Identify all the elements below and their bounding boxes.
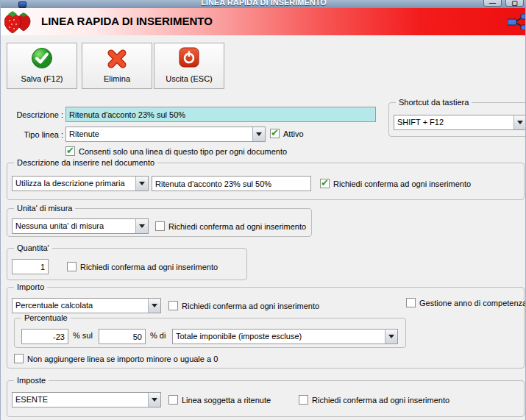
richiedi-conferma-imposte-label: Richiedi conferma ad ogni inserimento [312, 396, 449, 405]
green-check-icon [7, 47, 77, 71]
header-banner: LINEA RAPIDA DI INSERIMENTO [1, 8, 526, 35]
tipo-linea-label: Tipo linea : [2, 130, 63, 139]
minimize-button[interactable]: — [483, 0, 502, 7]
group-unita-misura-label: Unita' di misura [14, 204, 75, 213]
shortcut-value: SHIFT + F12 [397, 115, 513, 129]
chevron-down-icon[interactable] [148, 393, 160, 407]
richiedi-conferma-importo-label: Richiedi conferma ad ogni inserimento [182, 302, 319, 310]
power-icon [154, 47, 224, 71]
richiedi-conferma-quantita-checkbox[interactable] [67, 262, 77, 271]
delete-button-label: Elimina [82, 74, 152, 83]
window-title: LINEA RAPIDA DI INSERIMENTO [1, 0, 526, 7]
chevron-down-icon[interactable] [148, 299, 160, 313]
unita-misura-select[interactable]: Nessuna unita' di misura [12, 218, 149, 234]
descrizione-mode-select[interactable]: Utilizza la descrizione primaria [12, 176, 149, 191]
chevron-down-icon[interactable] [135, 219, 148, 233]
descrizione-label: Descrizione : [2, 110, 63, 119]
save-button-label: Salva (F12) [7, 74, 77, 83]
unita-misura-value: Nessuna unita' di misura [15, 219, 135, 233]
importo-mode-value: Percentuale calcolata [15, 299, 147, 313]
group-importo-label: Importo [14, 282, 47, 291]
consenti-checkbox[interactable] [65, 146, 75, 156]
chevron-down-icon[interactable] [252, 127, 265, 141]
richiedi-conferma-imposte-checkbox[interactable] [299, 395, 308, 405]
descrizione-documento-input[interactable] [152, 176, 311, 191]
richiedi-conferma-quantita-label: Richiedi conferma ad ogni inserimento [80, 263, 218, 271]
gestione-anno-checkbox[interactable] [406, 298, 416, 307]
tipo-linea-value: Ritenute [69, 127, 252, 141]
exit-button-label: Uscita (ESC) [154, 74, 224, 83]
shortcut-select[interactable]: SHIFT + F12 [394, 115, 526, 130]
consenti-checkbox-label: Consenti solo una linea di questo tipo p… [79, 147, 287, 156]
delete-button[interactable]: Elimina [82, 43, 152, 89]
richiedi-conferma-descrizione-checkbox[interactable] [320, 179, 330, 188]
descrizione-input[interactable] [65, 107, 376, 122]
tipo-linea-select[interactable]: Ritenute [65, 127, 266, 142]
group-percentuale-label: Percentuale [21, 313, 71, 322]
attivo-checkbox[interactable] [270, 129, 280, 138]
percentuale-input[interactable] [21, 329, 68, 344]
page-title: LINEA RAPIDA DI INSERIMENTO [41, 15, 213, 27]
red-x-icon [82, 47, 152, 71]
exit-button[interactable]: Uscita (ESC) [154, 43, 224, 89]
totale-imponibile-select[interactable]: Totale imponibile (imposte escluse) [172, 329, 398, 344]
linea-soggetta-label: Linea soggetta a ritenute [182, 396, 271, 405]
richiedi-conferma-descrizione-label: Richiedi conferma ad ogni inserimento [333, 179, 471, 188]
linea-soggetta-checkbox[interactable] [168, 395, 178, 405]
network-diagram-icon[interactable] [508, 14, 526, 30]
imposte-value: ESENTE [15, 393, 147, 407]
non-aggiungere-checkbox[interactable] [14, 354, 24, 363]
percento-di-label: % di [150, 331, 166, 340]
totale-imponibile-value: Totale imponibile (imposte escluse) [176, 330, 384, 344]
group-descrizione-documento-label: Descrizione da inserire nel documento [14, 158, 157, 167]
save-button[interactable]: Salva (F12) [7, 43, 77, 89]
descrizione-mode-value: Utilizza la descrizione primaria [15, 177, 135, 191]
importo-mode-select[interactable]: Percentuale calcolata [12, 298, 161, 313]
chevron-down-icon[interactable] [135, 177, 148, 191]
attivo-checkbox-label: Attivo [283, 129, 304, 138]
chevron-down-icon[interactable] [385, 330, 397, 344]
richiedi-conferma-unita-label: Richiedi conferma ad ogni inserimento [168, 222, 306, 231]
imposte-select[interactable]: ESENTE [12, 392, 161, 407]
strawberry-icon [4, 10, 32, 34]
group-shortcut-label: Shortcut da tastiera [396, 98, 472, 107]
richiedi-conferma-importo-checkbox[interactable] [168, 301, 178, 310]
percento-sul-label: % sul [73, 331, 93, 340]
richiedi-conferma-unita-checkbox[interactable] [155, 221, 165, 231]
title-bar[interactable]: LINEA RAPIDA DI INSERIMENTO — ▢ [1, 0, 526, 8]
maximize-button[interactable]: ▢ [505, 0, 524, 7]
non-aggiungere-label: Non aggiungere linea se importo minore o… [27, 355, 218, 363]
group-quantita-label: Quantita' [14, 243, 52, 252]
gestione-anno-label: Gestione anno di competenza [419, 299, 526, 307]
dialog-window: LINEA RAPIDA DI INSERIMENTO — ▢ LINEA RA… [0, 0, 526, 420]
percentuale-base-input[interactable] [99, 329, 146, 344]
chevron-down-icon[interactable] [513, 115, 526, 129]
quantita-input[interactable] [12, 259, 49, 274]
group-imposte-label: Imposte [14, 376, 49, 385]
